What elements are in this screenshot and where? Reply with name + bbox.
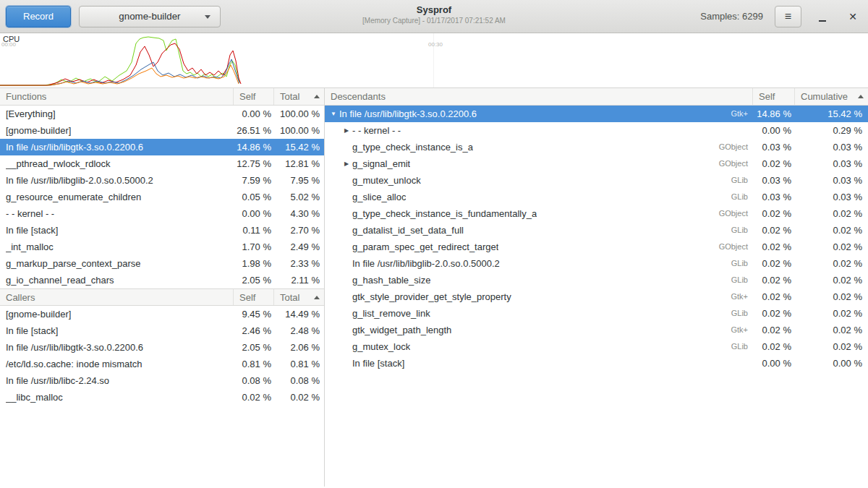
library-category-label <box>694 122 752 139</box>
self-value: 2.05 % <box>233 339 273 356</box>
table-row[interactable]: g_markup_parse_context_parse1.98 %2.33 % <box>0 255 324 272</box>
table-row[interactable]: [gnome-builder]26.51 %100.00 % <box>0 122 324 139</box>
cpu-usage-chart[interactable]: CPU 00:00 00:30 <box>0 33 868 88</box>
table-row[interactable]: In file /usr/lib/libglib-2.0.so.0.5000.2… <box>0 172 324 189</box>
row-label: /etc/ld.so.cache: inode mismatch <box>6 356 142 372</box>
column-header-cumulative[interactable]: Cumulative <box>794 88 868 105</box>
row-label: In file /usr/lib/libc-2.24.so <box>6 372 109 389</box>
table-row[interactable]: g_resource_enumerate_children0.05 %5.02 … <box>0 189 324 205</box>
descendants-table: ▼In file /usr/lib/libgtk-3.so.0.2200.6Gt… <box>325 106 868 372</box>
table-row[interactable]: In file /usr/lib/libgtk-3.so.0.2200.614.… <box>0 139 324 155</box>
table-row[interactable]: /etc/ld.so.cache: inode mismatch0.81 %0.… <box>0 356 324 372</box>
row-name-cell: In file /usr/lib/libgtk-3.so.0.2200.6 <box>0 139 233 155</box>
row-name-cell: In file [stack] <box>325 355 694 372</box>
table-row[interactable]: __pthread_rwlock_rdlock12.75 %12.81 % <box>0 155 324 172</box>
self-value: 9.45 % <box>233 306 273 322</box>
table-row[interactable]: g_type_check_instance_is_fundamentally_a… <box>325 205 868 222</box>
column-header-self[interactable]: Self <box>233 289 273 305</box>
table-row[interactable]: g_param_spec_get_redirect_targetGObject0… <box>325 239 868 255</box>
row-name-cell: ▶- - kernel - - <box>325 122 694 139</box>
row-name-cell: g_type_check_instance_is_a <box>325 139 694 155</box>
row-name-cell: g_list_remove_link <box>325 305 694 322</box>
table-row[interactable]: g_slice_allocGLib0.03 %0.03 % <box>325 189 868 205</box>
library-category-label: GObject <box>694 205 752 222</box>
minimize-button[interactable] <box>813 7 832 26</box>
column-header-functions[interactable]: Functions <box>0 88 233 105</box>
row-expand-icon[interactable]: ▶ <box>341 122 352 139</box>
row-label: In file /usr/lib/libgtk-3.so.0.2200.6 <box>6 339 143 356</box>
table-row[interactable]: gtk_widget_path_lengthGtk+0.02 %0.02 % <box>325 322 868 338</box>
row-label: g_signal_emit <box>352 155 410 172</box>
process-selector-label: gnome-builder <box>119 11 180 22</box>
row-name-cell: In file /usr/lib/libglib-2.0.so.0.5000.2 <box>325 255 694 272</box>
table-row[interactable]: In file /usr/lib/libglib-2.0.so.0.5000.2… <box>325 255 868 272</box>
close-button[interactable]: ✕ <box>843 7 862 26</box>
self-value: 0.02 % <box>752 322 794 338</box>
column-header-callers[interactable]: Callers <box>0 289 233 305</box>
table-row[interactable]: ▶- - kernel - -0.00 %0.29 % <box>325 122 868 139</box>
table-row[interactable]: gtk_style_provider_get_style_propertyGtk… <box>325 288 868 305</box>
row-name-cell: g_mutex_lock <box>325 338 694 355</box>
sort-ascending-icon <box>314 95 320 98</box>
total-value: 100.00 % <box>273 106 324 122</box>
column-header-total[interactable]: Total <box>273 88 324 105</box>
row-name-cell: In file [stack] <box>0 222 233 239</box>
table-row[interactable]: In file /usr/lib/libgtk-3.so.0.2200.62.0… <box>0 339 324 356</box>
self-value: 0.03 % <box>752 189 794 205</box>
time-label-mid: 00:30 <box>428 41 443 48</box>
table-row[interactable]: _int_malloc1.70 %2.49 % <box>0 239 324 255</box>
table-row[interactable]: __libc_malloc0.02 %0.02 % <box>0 389 324 406</box>
table-row[interactable]: g_mutex_unlockGLib0.03 %0.03 % <box>325 172 868 189</box>
library-category-label <box>694 355 752 372</box>
self-value: 14.86 % <box>752 106 794 122</box>
table-row[interactable]: ▼In file /usr/lib/libgtk-3.so.0.2200.6Gt… <box>325 106 868 122</box>
table-row[interactable]: [Everything]0.00 %100.00 % <box>0 106 324 122</box>
row-collapse-icon[interactable]: ▼ <box>328 106 339 122</box>
row-label: gtk_style_provider_get_style_property <box>352 288 511 305</box>
table-row[interactable]: ▶g_signal_emitGObject0.02 %0.03 % <box>325 155 868 172</box>
table-row[interactable]: In file /usr/lib/libc-2.24.so0.08 %0.08 … <box>0 372 324 389</box>
total-value: 2.48 % <box>273 322 324 339</box>
library-category-label: GLib <box>694 305 752 322</box>
main-content: Functions Self Total [Everything]0.00 %1… <box>0 88 868 487</box>
row-label: In file /usr/lib/libglib-2.0.so.0.5000.2 <box>6 172 153 189</box>
total-value: 2.33 % <box>273 255 324 272</box>
table-row[interactable]: g_mutex_lockGLib0.02 %0.02 % <box>325 338 868 355</box>
table-row[interactable]: In file [stack]0.00 %0.00 % <box>325 355 868 372</box>
row-label: [gnome-builder] <box>6 306 71 322</box>
library-category-label: GLib <box>694 338 752 355</box>
table-row[interactable]: g_io_channel_read_chars2.05 %2.11 % <box>0 272 324 288</box>
table-row[interactable]: g_type_check_instance_is_aGObject0.03 %0… <box>325 139 868 155</box>
left-pane: Functions Self Total [Everything]0.00 %1… <box>0 88 325 487</box>
right-pane: Descendants Self Cumulative ▼In file /us… <box>325 88 868 487</box>
table-row[interactable]: g_hash_table_sizeGLib0.02 %0.02 % <box>325 272 868 288</box>
row-name-cell: __pthread_rwlock_rdlock <box>0 155 233 172</box>
table-row[interactable]: g_datalist_id_set_data_fullGLib0.02 %0.0… <box>325 222 868 239</box>
row-label: In file /usr/lib/libglib-2.0.so.0.5000.2 <box>352 255 500 272</box>
row-name-cell: _int_malloc <box>0 239 233 255</box>
row-label: g_datalist_id_set_data_full <box>352 222 464 239</box>
column-header-total[interactable]: Total <box>273 289 324 305</box>
row-expand-icon[interactable]: ▶ <box>341 155 352 172</box>
hamburger-icon: ≡ <box>785 10 791 23</box>
total-value: 5.02 % <box>273 189 324 205</box>
menu-button[interactable]: ≡ <box>775 6 801 27</box>
row-label: g_hash_table_size <box>352 272 430 288</box>
total-value: 0.02 % <box>794 272 868 288</box>
table-row[interactable]: In file [stack]0.11 %2.70 % <box>0 222 324 239</box>
self-value: 0.81 % <box>233 356 273 372</box>
table-row[interactable]: In file [stack]2.46 %2.48 % <box>0 322 324 339</box>
column-header-self[interactable]: Self <box>752 88 794 105</box>
table-row[interactable]: [gnome-builder]9.45 %14.49 % <box>0 306 324 322</box>
total-value: 0.03 % <box>794 172 868 189</box>
total-value: 7.95 % <box>273 172 324 189</box>
row-name-cell: g_hash_table_size <box>325 272 694 288</box>
process-selector-dropdown[interactable]: gnome-builder <box>79 6 221 27</box>
column-header-descendants[interactable]: Descendants <box>325 88 752 105</box>
record-button[interactable]: Record <box>6 6 71 27</box>
table-row[interactable]: g_list_remove_linkGLib0.02 %0.02 % <box>325 305 868 322</box>
total-value: 0.02 % <box>273 389 324 406</box>
column-header-self[interactable]: Self <box>233 88 273 105</box>
table-row[interactable]: - - kernel - -0.00 %4.30 % <box>0 205 324 222</box>
library-category-label: Gtk+ <box>694 106 752 122</box>
